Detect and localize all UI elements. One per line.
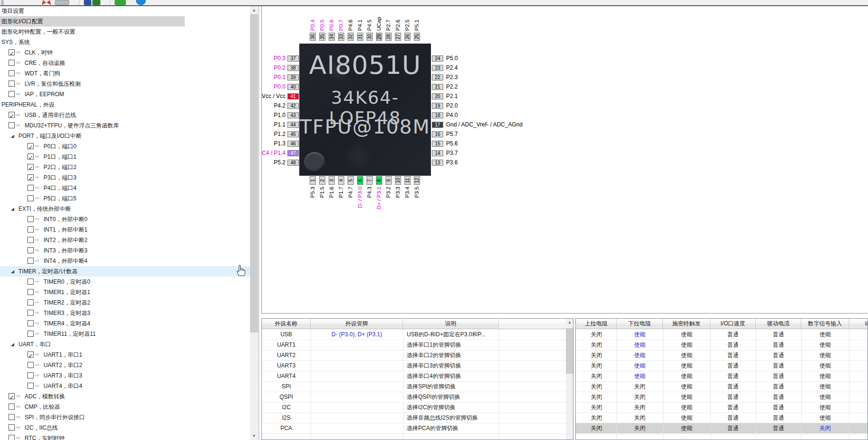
tree-item-timer4[interactable]: ⇨TIMER4，定时器4 <box>0 318 250 329</box>
checkbox[interactable] <box>9 414 15 420</box>
checkbox[interactable] <box>27 247 34 253</box>
checkbox[interactable] <box>27 299 34 305</box>
tree-scrollbar[interactable]: ▲ ▼ <box>250 6 258 440</box>
tree-item-p0[interactable]: ✓⇨P0口，端口0 <box>0 141 250 152</box>
pin-37[interactable]: 37 <box>287 55 299 62</box>
tree-item-lvr[interactable]: ⇨LVR，复位和低压检测 <box>0 79 250 89</box>
tree-item-port[interactable]: ◢PORT，端口及I/O口中断 <box>0 131 250 141</box>
pin-19[interactable]: 19 <box>432 103 443 109</box>
pin-15[interactable]: 15 <box>432 141 443 147</box>
pin-24[interactable]: 24 <box>432 55 443 62</box>
chip-icon[interactable] <box>84 0 91 5</box>
pin-21[interactable]: 21 <box>432 84 443 90</box>
tree-item-adc[interactable]: ✓⇨ADC，模数转换 <box>0 391 250 402</box>
tree-item-uart4[interactable]: ⇨UART4，串口4 <box>0 381 250 391</box>
pin-45[interactable]: 45 <box>287 131 299 137</box>
tree-item-[interactable]: 项目设置 <box>0 6 250 16</box>
tree-scrollbar-thumb[interactable] <box>250 14 258 332</box>
checkbox[interactable] <box>27 237 34 243</box>
pin-42[interactable]: 42 <box>287 103 299 109</box>
checkbox[interactable] <box>9 122 15 128</box>
tree-expanded-icon[interactable]: ◢ <box>11 134 14 138</box>
checkbox-checked[interactable]: ✓ <box>27 143 34 149</box>
pin-14[interactable]: 14 <box>432 150 443 156</box>
tree-item-spi[interactable]: ⇨SPI，同步串行外设接口 <box>0 412 250 422</box>
checkbox[interactable] <box>27 372 34 378</box>
checkbox[interactable] <box>9 60 15 66</box>
pin-46[interactable]: 46 <box>287 141 299 147</box>
tree-item-mdu32tfpu[interactable]: ⇨MDU32+TFPU，硬件浮点三角函数库 <box>0 120 250 131</box>
pin-13[interactable]: 13 <box>432 160 443 166</box>
pin-20[interactable]: 20 <box>432 93 443 99</box>
save-icon[interactable] <box>55 0 69 5</box>
checkbox[interactable] <box>9 70 15 76</box>
pin-44[interactable]: 44 <box>287 122 299 128</box>
scrollbar-thumb[interactable] <box>566 328 573 374</box>
checkbox[interactable] <box>27 278 34 285</box>
checkbox[interactable] <box>9 404 15 410</box>
tree-item-timer0[interactable]: ⇨TIMER0，定时器0 <box>0 277 250 287</box>
tree-item-sys[interactable]: SYS，系统 <box>0 37 250 47</box>
tree-item-timer1[interactable]: ⇨TIMER1，定时器1 <box>0 287 250 297</box>
checkbox[interactable] <box>27 362 34 368</box>
tree-item-p2[interactable]: ✓⇨P2口，端口2 <box>0 162 250 172</box>
tree-item-timer2[interactable]: ⇨TIMER2，定时器2 <box>0 297 250 308</box>
tree-item-usb[interactable]: ✓⇨USB，通用串行总线 <box>0 110 250 120</box>
checkbox[interactable] <box>27 226 34 233</box>
run-icon[interactable] <box>115 0 126 5</box>
checkbox[interactable] <box>9 91 15 97</box>
scroll-up-icon[interactable]: ▲ <box>566 319 573 326</box>
checkbox[interactable] <box>27 185 34 191</box>
tree-item-exti[interactable]: ◢EXTI，传统外部中断 <box>0 204 250 214</box>
tree-item-int4[interactable]: ⇨INT4，外部中断4 <box>0 256 250 266</box>
tree-item-timer[interactable]: ◢TIMER，定时器/计数器 <box>0 266 250 277</box>
build-icon[interactable] <box>92 0 100 5</box>
tree-item-int0[interactable]: ⇨INT0，外部中断0 <box>0 214 250 224</box>
checkbox-checked[interactable]: ✓ <box>27 174 34 180</box>
pin-38[interactable]: 38 <box>287 65 299 71</box>
tree-item-p1[interactable]: ✓⇨P1口，端口1 <box>0 152 250 162</box>
tree-item-clk[interactable]: ✓⇨CLK，时钟 <box>0 47 250 58</box>
pin-40[interactable]: 40 <box>287 84 299 90</box>
checkbox[interactable] <box>27 310 34 316</box>
tree-item-uart[interactable]: ◢UART，串口 <box>0 339 250 350</box>
pin-23[interactable]: 23 <box>432 65 443 71</box>
tree-item-uart2[interactable]: ⇨UART2，串口2 <box>0 360 250 370</box>
tree-item-wdt[interactable]: ⇨WDT，看门狗 <box>0 68 250 79</box>
checkbox[interactable] <box>27 320 34 326</box>
tree-item-rtc[interactable]: ⇨RTC，实时时钟 <box>0 433 250 440</box>
tree-item-timer11[interactable]: ⇨TIMER11，定时器11 <box>0 329 250 339</box>
checkbox[interactable] <box>27 216 34 222</box>
tree-item-int1[interactable]: ⇨INT1，外部中断1 <box>0 224 250 235</box>
tree-item-uart1[interactable]: ✓⇨UART1，串口1 <box>0 350 250 360</box>
scroll-up-icon[interactable]: ▲ <box>250 6 258 14</box>
tree-item-p5[interactable]: ⇨P5口，端口5 <box>0 193 250 204</box>
pin-48[interactable]: 48 <box>287 160 299 166</box>
peripheral-table-scrollbar[interactable]: ▲ <box>566 319 573 440</box>
tree-item-int3[interactable]: ⇨INT3，外部中断3 <box>0 245 250 256</box>
tree-item-int2[interactable]: ⇨INT2，外部中断2 <box>0 235 250 245</box>
checkbox-checked[interactable]: ✓ <box>27 153 34 160</box>
scroll-down-icon[interactable]: ▼ <box>250 432 258 440</box>
pin-17[interactable]: 17 <box>432 122 443 128</box>
tree-expanded-icon[interactable]: ◢ <box>11 342 14 347</box>
checkbox-checked[interactable]: ✓ <box>9 112 15 118</box>
tree-item-p4[interactable]: ⇨P4口，端口4 <box>0 183 250 193</box>
checkbox-checked[interactable]: ✓ <box>9 393 15 399</box>
pin-18[interactable]: 18 <box>432 112 443 118</box>
pin-39[interactable]: 39 <box>287 74 299 81</box>
checkbox-checked[interactable]: ✓ <box>27 351 34 358</box>
delete-icon[interactable] <box>42 0 51 5</box>
checkbox[interactable] <box>27 383 34 389</box>
tree-expanded-icon[interactable]: ◢ <box>11 269 14 274</box>
tree-item-p3[interactable]: ✓⇨P3口，端口3 <box>0 172 250 183</box>
pin-47[interactable]: 47 <box>287 150 299 156</box>
tree-item-peripheral[interactable]: PERIPHERAL，外设 <box>0 99 250 110</box>
pin-43[interactable]: 43 <box>287 112 299 118</box>
checkbox[interactable] <box>27 289 34 295</box>
pin-16[interactable]: 16 <box>432 131 443 137</box>
tree-item-[interactable]: 图形化时钟配置，一般不设置 <box>0 27 250 37</box>
pin-41[interactable]: 41 <box>287 93 299 99</box>
tree-item-i2c[interactable]: ⇨I2C，IIC总线 <box>0 422 250 433</box>
tree-item-uart3[interactable]: ⇨UART3，串口3 <box>0 370 250 381</box>
